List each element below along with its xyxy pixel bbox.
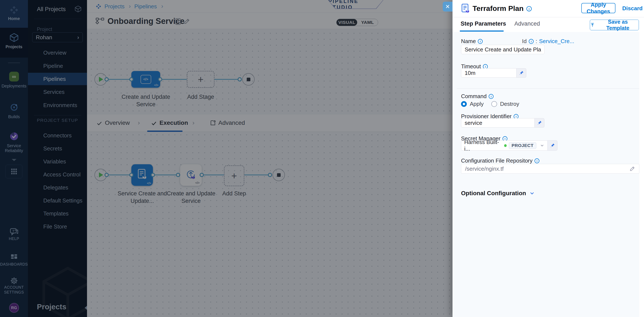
discard-button[interactable]: Discard: [622, 5, 642, 12]
svg-text:i: i: [536, 159, 538, 162]
scroll-gutter[interactable]: [639, 32, 644, 317]
scope-badge: PROJECT: [509, 142, 536, 149]
timeout-input[interactable]: [461, 68, 516, 78]
name-label: Name i: [461, 38, 483, 44]
svg-text:i: i: [531, 40, 532, 43]
optional-configuration-label: Optional Configuration: [461, 190, 526, 197]
optional-configuration-toggle[interactable]: Optional Configuration: [461, 190, 535, 197]
radio-apply[interactable]: [461, 101, 467, 107]
radio-apply-label[interactable]: Apply: [470, 101, 484, 107]
info-icon[interactable]: i: [534, 158, 540, 164]
step-id: Id i : Service_Cre...: [522, 38, 574, 44]
info-icon[interactable]: i: [526, 6, 532, 12]
svg-text:i: i: [480, 40, 481, 43]
close-drawer-button[interactable]: ✕: [443, 2, 452, 12]
drawer-backdrop[interactable]: [0, 0, 452, 317]
provisioner-identifier-input[interactable]: [461, 118, 534, 128]
secret-manager-input-type-button[interactable]: [548, 140, 558, 150]
pin-icon: [537, 120, 542, 126]
chevron-down-icon: [529, 190, 535, 196]
terraform-plan-icon: [460, 4, 470, 14]
save-as-template-button[interactable]: Save as Template: [590, 20, 639, 30]
command-label: Command i: [461, 93, 494, 100]
close-icon: ✕: [445, 4, 450, 10]
step-id-value[interactable]: Service_Cre...: [539, 38, 574, 44]
secret-manager-select[interactable]: Harness Built-i... PROJECT: [461, 140, 548, 150]
command-radio-group: Apply Destroy: [461, 101, 519, 107]
section-divider: [457, 88, 639, 88]
active-tab-underline: [460, 30, 504, 32]
svg-text:i: i: [491, 95, 492, 98]
drawer-body: Name i Id i : Service_Cre... Timeout: [452, 32, 644, 317]
timeout-input-type-button[interactable]: [516, 68, 526, 78]
drawer-divider: [452, 17, 644, 17]
upload-icon: [590, 22, 595, 28]
tab-advanced[interactable]: Advanced: [514, 20, 540, 27]
name-input[interactable]: [461, 45, 545, 54]
step-config-drawer: ✕ Terraform Plan i Apply Changes Discard…: [452, 0, 644, 317]
dropdown-chevron-icon: [540, 143, 544, 148]
secret-manager-value: Harness Built-i...: [464, 139, 502, 152]
tab-step-parameters[interactable]: Step Parameters: [460, 20, 506, 27]
radio-destroy-label[interactable]: Destroy: [500, 101, 519, 107]
pencil-icon[interactable]: [629, 166, 635, 172]
config-file-repository-label: Configuration File Repository i: [461, 158, 540, 164]
apply-changes-button[interactable]: Apply Changes: [581, 3, 616, 13]
svg-text:i: i: [516, 115, 516, 118]
config-file-repository-field[interactable]: /service/nginx.tf: [461, 164, 639, 174]
config-file-path: /service/nginx.tf: [465, 166, 629, 172]
pin-icon: [550, 143, 555, 148]
radio-destroy[interactable]: [491, 101, 497, 107]
harness-app: Home Projects ∞ Deployments Builds: [0, 0, 644, 317]
info-icon[interactable]: i: [478, 39, 483, 44]
pin-icon: [519, 70, 524, 76]
connectivity-status-dot: [504, 144, 507, 147]
svg-text:i: i: [529, 7, 530, 11]
provisioner-input-type-button[interactable]: [534, 118, 544, 128]
svg-text:i: i: [504, 137, 506, 140]
info-icon[interactable]: i: [488, 94, 494, 99]
info-icon[interactable]: i: [529, 39, 534, 44]
svg-text:i: i: [485, 65, 486, 68]
drawer-title: Terraform Plan: [472, 4, 524, 12]
